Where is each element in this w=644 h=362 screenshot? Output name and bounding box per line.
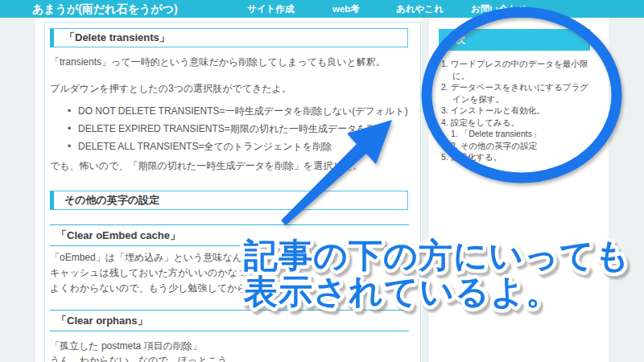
toc-list: 1. ワードプレスの中のデータを最小限に。 2. データベースをきれいにするプラ…: [441, 58, 591, 163]
site-header: あまうが(雨だれ石をうがつ) サイト作成 web考 あれやこれ お問い合わせ: [0, 0, 644, 18]
heading-clear-orphans: 「Clear orphans」: [50, 310, 409, 331]
paragraph: うん、わからない、なので、ほっとこう: [50, 354, 412, 362]
paragraph: キャッシュは残しておいた方がいいのかな？: [50, 266, 412, 280]
toc-title: 目次: [439, 29, 590, 51]
toc-link[interactable]: 1. ワードプレスの中のデータを最小限に。: [441, 58, 591, 81]
heading-delete-transients: 「Delete transients」: [50, 28, 408, 47]
paragraph: よくわからないので、もう少し勉強してから必要ならチェック: [50, 282, 412, 295]
paragraph: 「transients」って一時的という意味だから削除してしまっても良いと解釈。: [50, 56, 412, 69]
paragraph: プルダウンを押すとしたの3つの選択肢がでてきたよ。: [50, 82, 412, 96]
nav-item-contact[interactable]: お問い合わせ: [471, 0, 527, 18]
list-item: DO NOT DELETE TRANSIENTS=一時生成データを削除しない(デ…: [68, 102, 414, 120]
toc-sublink[interactable]: 1. 「Delete transients」: [451, 128, 591, 140]
heading-clear-oembed-cache: 「Clear oEmbed cache」: [50, 224, 409, 246]
toc-link[interactable]: 2. データベースをきれいにするプラグインを探す。: [441, 81, 591, 105]
toc-link[interactable]: 4. 設定をしてみる。: [441, 117, 591, 129]
paragraph: 「oEmbed」は「埋め込み」という意味なんだって。: [50, 251, 412, 265]
nav-item-site-creation[interactable]: サイト作成: [247, 0, 294, 18]
toc-sublink[interactable]: 2. その他の英字の設定: [451, 140, 591, 152]
paragraph: でも、怖いので、「期限の切れた一時生成データを削除」を選択した。: [50, 159, 412, 173]
list-item: DELETE EXPIRED TRANSIENTS=期限の切れた一時生成データを…: [68, 120, 414, 138]
paragraph: 「孤立した postmeta 項目の削除」: [50, 339, 412, 353]
site-title-link[interactable]: あまうが(雨だれ石をうがつ): [32, 0, 178, 18]
toc-link[interactable]: 5. 最適化する。: [441, 151, 591, 163]
options-bullet-list: DO NOT DELETE TRANSIENTS=一時生成データを削除しない(デ…: [68, 102, 414, 155]
heading-other-settings: その他の英字の設定: [50, 191, 408, 210]
nav-item-web[interactable]: web考: [332, 0, 360, 18]
toc-link[interactable]: 3. インストールと有効化。: [441, 105, 591, 117]
nav-item-misc[interactable]: あれやこれ: [396, 0, 444, 18]
list-item: DELETE ALL TRANSIENTS=全てのトランジェントを削除: [68, 138, 414, 155]
page: あまうが(雨だれ石をうがつ) サイト作成 web考 あれやこれ お問い合わせ 「…: [0, 0, 644, 362]
